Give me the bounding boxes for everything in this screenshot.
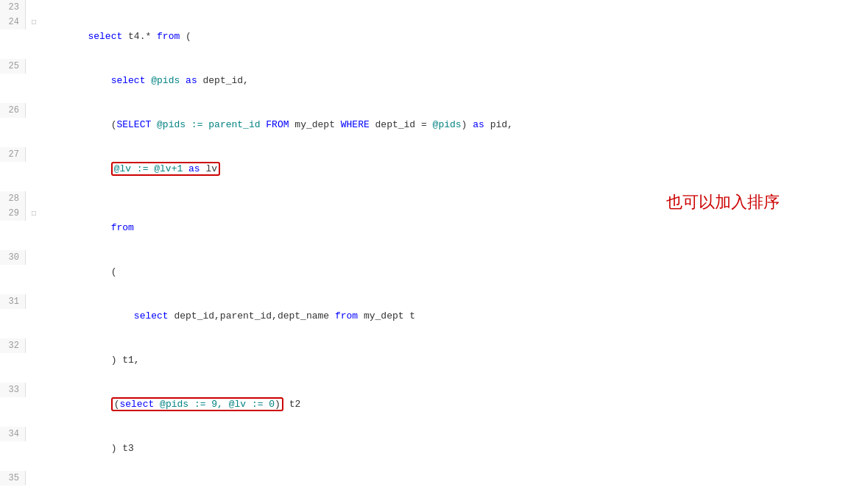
editor-area: 23 24 □ select t4.* from ( 25 select @pi… xyxy=(0,0,868,487)
code-line: 30 ( xyxy=(0,250,868,294)
code-line: 26 (SELECT @pids := parent_id FROM my_de… xyxy=(0,103,868,147)
main-container: 23 24 □ select t4.* from ( 25 select @pi… xyxy=(0,0,868,487)
code-line: 27 @lv := @lv+1 as lv xyxy=(0,147,868,191)
code-line: 33 (select @pids := 9, @lv := 0) t2 xyxy=(0,383,868,427)
code-line: 23 xyxy=(0,0,868,15)
code-line: 31 select dept_id,parent_id,dept_name fr… xyxy=(0,294,868,338)
code-line: 34 ) t3 xyxy=(0,427,868,471)
code-line: 28 xyxy=(0,191,868,206)
code-line: 29 □ from xyxy=(0,206,868,250)
code-line: 25 select @pids as dept_id, xyxy=(0,59,868,103)
code-line: 35 JOIN xyxy=(0,471,868,487)
code-line: 32 ) t1, xyxy=(0,338,868,383)
code-line: 24 □ select t4.* from ( xyxy=(0,15,868,59)
